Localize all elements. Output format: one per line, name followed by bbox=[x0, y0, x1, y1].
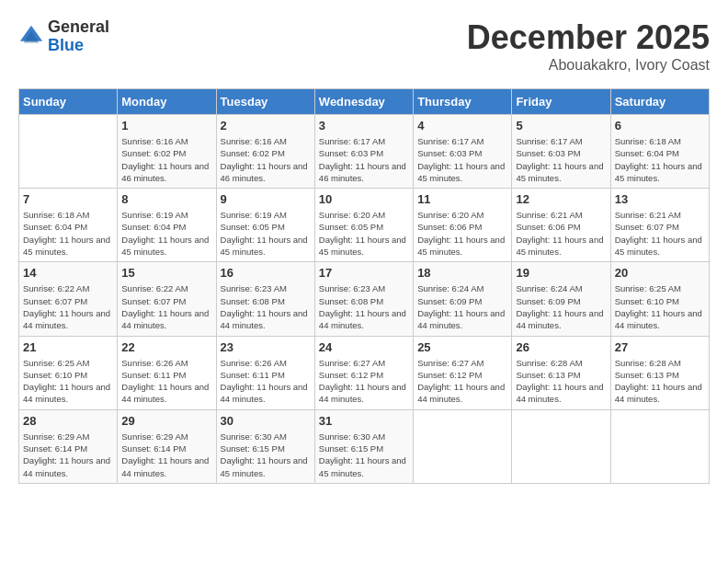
logo-icon bbox=[18, 24, 44, 50]
calendar-cell: 5Sunrise: 6:17 AM Sunset: 6:03 PM Daylig… bbox=[512, 115, 610, 189]
day-info: Sunrise: 6:29 AM Sunset: 6:14 PM Dayligh… bbox=[23, 431, 113, 479]
day-number: 30 bbox=[221, 414, 311, 428]
calendar-cell: 22Sunrise: 6:26 AM Sunset: 6:11 PM Dayli… bbox=[118, 336, 216, 409]
day-number: 14 bbox=[23, 266, 113, 280]
day-info: Sunrise: 6:16 AM Sunset: 6:02 PM Dayligh… bbox=[221, 135, 311, 184]
calendar-cell: 8Sunrise: 6:19 AM Sunset: 6:04 PM Daylig… bbox=[118, 189, 216, 262]
calendar-cell: 7Sunrise: 6:18 AM Sunset: 6:04 PM Daylig… bbox=[19, 189, 118, 262]
day-info: Sunrise: 6:28 AM Sunset: 6:13 PM Dayligh… bbox=[615, 357, 705, 406]
day-number: 15 bbox=[121, 266, 211, 280]
day-number: 10 bbox=[319, 192, 409, 206]
day-number: 2 bbox=[221, 119, 311, 132]
day-number: 18 bbox=[417, 266, 507, 280]
calendar-cell: 3Sunrise: 6:17 AM Sunset: 6:03 PM Daylig… bbox=[314, 115, 413, 189]
day-info: Sunrise: 6:30 AM Sunset: 6:15 PM Dayligh… bbox=[319, 431, 409, 479]
day-number: 23 bbox=[221, 340, 311, 354]
calendar-cell: 25Sunrise: 6:27 AM Sunset: 6:12 PM Dayli… bbox=[414, 336, 512, 409]
calendar-cell bbox=[19, 115, 118, 189]
day-number: 12 bbox=[516, 192, 606, 206]
day-info: Sunrise: 6:17 AM Sunset: 6:03 PM Dayligh… bbox=[417, 135, 507, 184]
calendar-cell: 30Sunrise: 6:30 AM Sunset: 6:15 PM Dayli… bbox=[216, 409, 314, 483]
day-info: Sunrise: 6:20 AM Sunset: 6:05 PM Dayligh… bbox=[319, 209, 409, 258]
calendar-cell bbox=[512, 409, 610, 483]
day-number: 20 bbox=[615, 266, 705, 280]
day-info: Sunrise: 6:23 AM Sunset: 6:08 PM Dayligh… bbox=[221, 282, 311, 331]
calendar-cell: 9Sunrise: 6:19 AM Sunset: 6:05 PM Daylig… bbox=[216, 189, 314, 262]
logo: General Blue bbox=[18, 18, 109, 55]
day-number: 22 bbox=[121, 340, 211, 354]
page-header: General Blue December 2025 Abouakakro, I… bbox=[18, 18, 710, 74]
day-info: Sunrise: 6:27 AM Sunset: 6:12 PM Dayligh… bbox=[417, 357, 507, 406]
day-number: 29 bbox=[121, 414, 211, 428]
header-cell: Sunday bbox=[19, 89, 118, 115]
calendar-cell: 31Sunrise: 6:30 AM Sunset: 6:15 PM Dayli… bbox=[314, 409, 413, 483]
day-number: 5 bbox=[516, 119, 606, 132]
day-info: Sunrise: 6:28 AM Sunset: 6:13 PM Dayligh… bbox=[516, 357, 606, 406]
day-number: 24 bbox=[319, 340, 409, 354]
day-info: Sunrise: 6:26 AM Sunset: 6:11 PM Dayligh… bbox=[221, 357, 311, 406]
day-info: Sunrise: 6:18 AM Sunset: 6:04 PM Dayligh… bbox=[615, 135, 705, 184]
day-number: 31 bbox=[319, 414, 409, 428]
day-info: Sunrise: 6:21 AM Sunset: 6:06 PM Dayligh… bbox=[516, 209, 606, 258]
day-info: Sunrise: 6:17 AM Sunset: 6:03 PM Dayligh… bbox=[319, 135, 409, 184]
calendar-cell: 24Sunrise: 6:27 AM Sunset: 6:12 PM Dayli… bbox=[314, 336, 413, 409]
calendar-cell: 29Sunrise: 6:29 AM Sunset: 6:14 PM Dayli… bbox=[118, 409, 216, 483]
logo-blue: Blue bbox=[48, 37, 109, 55]
header-cell: Tuesday bbox=[216, 89, 314, 115]
calendar-row: 1Sunrise: 6:16 AM Sunset: 6:02 PM Daylig… bbox=[19, 115, 710, 189]
day-info: Sunrise: 6:25 AM Sunset: 6:10 PM Dayligh… bbox=[615, 282, 705, 331]
day-number: 11 bbox=[417, 192, 507, 206]
header-row: SundayMondayTuesdayWednesdayThursdayFrid… bbox=[19, 89, 710, 115]
day-info: Sunrise: 6:30 AM Sunset: 6:15 PM Dayligh… bbox=[221, 431, 311, 479]
calendar-cell bbox=[414, 409, 512, 483]
day-info: Sunrise: 6:23 AM Sunset: 6:08 PM Dayligh… bbox=[319, 282, 409, 331]
day-info: Sunrise: 6:20 AM Sunset: 6:06 PM Dayligh… bbox=[417, 209, 507, 258]
day-number: 17 bbox=[319, 266, 409, 280]
day-info: Sunrise: 6:24 AM Sunset: 6:09 PM Dayligh… bbox=[417, 282, 507, 331]
calendar-cell: 10Sunrise: 6:20 AM Sunset: 6:05 PM Dayli… bbox=[314, 189, 413, 262]
day-number: 13 bbox=[615, 192, 705, 206]
header-cell: Thursday bbox=[414, 89, 512, 115]
day-info: Sunrise: 6:16 AM Sunset: 6:02 PM Dayligh… bbox=[121, 135, 211, 184]
day-number: 28 bbox=[23, 414, 113, 428]
calendar-cell: 11Sunrise: 6:20 AM Sunset: 6:06 PM Dayli… bbox=[414, 189, 512, 262]
day-number: 3 bbox=[319, 119, 409, 132]
day-info: Sunrise: 6:18 AM Sunset: 6:04 PM Dayligh… bbox=[23, 209, 113, 258]
calendar-cell: 17Sunrise: 6:23 AM Sunset: 6:08 PM Dayli… bbox=[314, 262, 413, 336]
day-info: Sunrise: 6:22 AM Sunset: 6:07 PM Dayligh… bbox=[23, 282, 113, 331]
day-number: 1 bbox=[121, 119, 211, 132]
header-cell: Wednesday bbox=[314, 89, 413, 115]
day-number: 16 bbox=[221, 266, 311, 280]
calendar-cell: 28Sunrise: 6:29 AM Sunset: 6:14 PM Dayli… bbox=[19, 409, 118, 483]
header-cell: Saturday bbox=[610, 89, 709, 115]
calendar-cell: 23Sunrise: 6:26 AM Sunset: 6:11 PM Dayli… bbox=[216, 336, 314, 409]
calendar-cell: 1Sunrise: 6:16 AM Sunset: 6:02 PM Daylig… bbox=[118, 115, 216, 189]
calendar-cell: 21Sunrise: 6:25 AM Sunset: 6:10 PM Dayli… bbox=[19, 336, 118, 409]
calendar-cell bbox=[610, 409, 709, 483]
day-info: Sunrise: 6:26 AM Sunset: 6:11 PM Dayligh… bbox=[121, 357, 211, 406]
day-info: Sunrise: 6:24 AM Sunset: 6:09 PM Dayligh… bbox=[516, 282, 606, 331]
day-info: Sunrise: 6:19 AM Sunset: 6:05 PM Dayligh… bbox=[221, 209, 311, 258]
day-info: Sunrise: 6:19 AM Sunset: 6:04 PM Dayligh… bbox=[121, 209, 211, 258]
day-info: Sunrise: 6:29 AM Sunset: 6:14 PM Dayligh… bbox=[121, 431, 211, 479]
day-number: 9 bbox=[221, 192, 311, 206]
location-title: Abouakakro, Ivory Coast bbox=[467, 57, 710, 74]
day-number: 7 bbox=[23, 192, 113, 206]
header-cell: Monday bbox=[118, 89, 216, 115]
calendar-cell: 27Sunrise: 6:28 AM Sunset: 6:13 PM Dayli… bbox=[610, 336, 709, 409]
logo-general: General bbox=[48, 18, 109, 37]
calendar-cell: 12Sunrise: 6:21 AM Sunset: 6:06 PM Dayli… bbox=[512, 189, 610, 262]
calendar-cell: 14Sunrise: 6:22 AM Sunset: 6:07 PM Dayli… bbox=[19, 262, 118, 336]
header-cell: Friday bbox=[512, 89, 610, 115]
day-info: Sunrise: 6:21 AM Sunset: 6:07 PM Dayligh… bbox=[615, 209, 705, 258]
day-number: 21 bbox=[23, 340, 113, 354]
calendar-cell: 16Sunrise: 6:23 AM Sunset: 6:08 PM Dayli… bbox=[216, 262, 314, 336]
day-number: 4 bbox=[417, 119, 507, 132]
calendar-header: SundayMondayTuesdayWednesdayThursdayFrid… bbox=[19, 89, 710, 115]
calendar-cell: 13Sunrise: 6:21 AM Sunset: 6:07 PM Dayli… bbox=[610, 189, 709, 262]
day-number: 27 bbox=[615, 340, 705, 354]
day-info: Sunrise: 6:25 AM Sunset: 6:10 PM Dayligh… bbox=[23, 357, 113, 406]
calendar-cell: 15Sunrise: 6:22 AM Sunset: 6:07 PM Dayli… bbox=[118, 262, 216, 336]
calendar-row: 7Sunrise: 6:18 AM Sunset: 6:04 PM Daylig… bbox=[19, 189, 710, 262]
calendar-cell: 6Sunrise: 6:18 AM Sunset: 6:04 PM Daylig… bbox=[610, 115, 709, 189]
